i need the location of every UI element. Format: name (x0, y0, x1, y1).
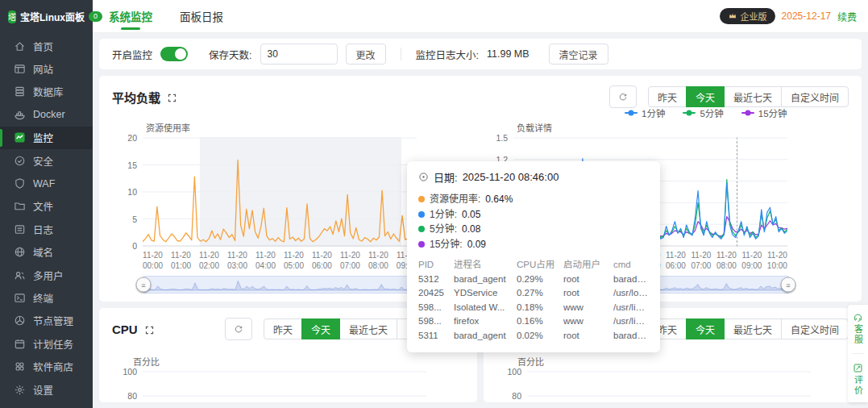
legend-marker (625, 112, 638, 114)
legend-item-5分钟[interactable]: 5分钟 (683, 106, 723, 119)
x-axis-label: 11-2008:00 (716, 250, 737, 271)
x-axis-label: 11-2000:00 (143, 250, 163, 271)
crown-icon (728, 11, 737, 21)
x-axis-label: 11-2007:00 (340, 250, 360, 271)
range-button-今天[interactable]: 今天 (686, 318, 725, 339)
fullscreen-icon[interactable] (144, 324, 155, 335)
range-button-最近七天[interactable]: 最近七天 (339, 318, 397, 339)
sidebar-item-label: 文件 (33, 198, 53, 214)
sidebar-item-label: 多用户 (33, 268, 64, 283)
sidebar-item-域名[interactable]: 域名 (0, 241, 93, 264)
multiuser-icon (14, 269, 26, 281)
memory-y-axis: 1008060 (498, 371, 527, 408)
license-label: 企业版 (741, 10, 767, 23)
sidebar-item-网站[interactable]: 网站 (0, 57, 93, 80)
sidebar-item-节点管理[interactable]: 节点管理 (0, 310, 93, 332)
tooltip-metric-row: 5分钟:0.08 (418, 222, 649, 237)
sidebar-item-首页[interactable]: 首页 (0, 35, 93, 57)
sidebar-item-文件[interactable]: 文件 (0, 195, 93, 218)
tooltip-metrics: 资源使用率:0.64%1分钟:0.055分钟:0.0815分钟:0.09 (418, 192, 649, 252)
sidebar-item-label: 节点管理 (33, 313, 73, 328)
memory-plot-svg (527, 371, 811, 408)
renew-link[interactable]: 续费 (837, 10, 857, 23)
divider (401, 48, 401, 60)
sidebar-item-label: 监控 (33, 130, 53, 145)
sidebar-item-监控[interactable]: 监控 (0, 127, 93, 149)
sidebar-item-数据库[interactable]: 数据库 (0, 81, 93, 103)
side-widget-客服[interactable]: 客服 (852, 311, 865, 345)
resource-datazoom-slider[interactable]: ≡ ≡ (143, 276, 418, 294)
baota-logo-icon: 塔 (8, 10, 16, 23)
log-size-value: 11.99 MB (487, 48, 530, 60)
monitor-toggle[interactable] (160, 47, 188, 61)
security-icon (14, 155, 26, 167)
tooltip-date-label: 日期: (434, 169, 458, 185)
sidebar-item-日志[interactable]: 日志 (0, 218, 93, 240)
x-axis-label: 11-2010:00 (767, 250, 787, 271)
legend-label: 5分钟 (700, 106, 723, 119)
load-range-controls: 昨天今天最近七天自定义时间 (609, 85, 849, 108)
memory-chart[interactable]: 1008060 (484, 371, 862, 408)
range-button-昨天[interactable]: 昨天 (648, 86, 687, 107)
sidebar-item-label: 计划任务 (33, 336, 73, 352)
tab-系统监控[interactable]: 系统监控 (109, 0, 152, 32)
range-button-最近七天[interactable]: 最近七天 (724, 318, 782, 339)
clear-records-button[interactable]: 清空记录 (549, 44, 608, 65)
sidebar-item-设置[interactable]: 设置 (0, 378, 93, 401)
table-row: 5311barad_agent0.02%rootbarad_agent (418, 329, 649, 343)
sidebar-item-label: 域名 (33, 244, 53, 260)
license-badge[interactable]: 企业版 (720, 8, 775, 24)
sidebar-item-Docker[interactable]: Docker (0, 103, 93, 126)
x-axis-label: 11-2006:00 (312, 250, 332, 271)
tooltip-metric-row: 15分钟:0.09 (418, 237, 649, 252)
change-button[interactable]: 更改 (346, 44, 386, 65)
series-color-dot (418, 226, 425, 232)
range-button-今天[interactable]: 今天 (686, 86, 725, 107)
sidebar-item-安全[interactable]: 安全 (0, 149, 93, 172)
terminal-icon (14, 292, 26, 304)
legend-item-1分钟[interactable]: 1分钟 (625, 106, 665, 119)
resource-x-axis: 11-2000:0011-2001:0011-2002:0011-2003:00… (143, 250, 417, 271)
app-logo[interactable]: 塔 宝塔Linux面板 0 (0, 0, 93, 31)
datazoom-right-handle[interactable]: ≡ (781, 277, 796, 293)
sidebar: 塔 宝塔Linux面板 0 首页网站数据库Docker监控安全WAF文件日志域名… (0, 0, 93, 408)
sidebar-item-计划任务[interactable]: 计划任务 (0, 332, 93, 355)
range-button-昨天[interactable]: 昨天 (264, 318, 302, 339)
sidebar-item-WAF[interactable]: WAF (0, 172, 93, 194)
node-icon (14, 314, 26, 327)
table-row: 5312barad_agent0.29%rootbarad_agent (418, 273, 649, 287)
save-days-input[interactable] (260, 44, 338, 65)
resource-usage-chart[interactable] (143, 137, 417, 247)
range-button-今天[interactable]: 今天 (301, 318, 340, 339)
x-axis-label: 11-2007:00 (691, 250, 711, 271)
side-widget-评价[interactable]: 评价 (852, 362, 865, 396)
fullscreen-icon[interactable] (167, 92, 177, 102)
load-average-title: 平均负载 (112, 89, 160, 106)
range-button-最近七天[interactable]: 最近七天 (724, 86, 782, 107)
datazoom-left-handle[interactable]: ≡ (136, 277, 152, 293)
series-color-dot (418, 211, 425, 218)
tooltip-process-table: PID进程名CPU占用启动用户cmd5312barad_agent0.29%ro… (418, 258, 649, 343)
refresh-button[interactable] (609, 85, 637, 108)
sidebar-item-label: Docker (33, 109, 65, 120)
sidebar-item-终端[interactable]: 终端 (0, 286, 93, 309)
legend-item-15分钟[interactable]: 15分钟 (741, 106, 787, 119)
range-button-自定义时间[interactable]: 自定义时间 (781, 318, 849, 339)
x-axis-label: 11-2009:00 (741, 250, 762, 271)
series-color-dot (418, 196, 425, 202)
tooltip-date-value: 2025-11-20 08:46:00 (463, 171, 559, 183)
time-range-group: 昨天今天最近七天自定义时间 (648, 86, 849, 107)
notification-badge[interactable]: 0 (89, 11, 102, 22)
cpu-chart[interactable]: 1008060 (99, 371, 477, 408)
load-average-title-row: 平均负载 (112, 89, 177, 106)
sidebar-item-多用户[interactable]: 多用户 (0, 264, 93, 286)
expire-date: 2025-12-17 (782, 10, 831, 22)
monitor-switch-label: 开启监控 (112, 47, 152, 62)
log-size-label: 监控日志大小: (416, 47, 479, 62)
sidebar-item-软件商店[interactable]: 软件商店 (0, 355, 93, 377)
range-button-自定义时间[interactable]: 自定义时间 (781, 86, 849, 107)
feedback-icon (853, 362, 863, 373)
tab-面板日报[interactable]: 面板日报 (180, 0, 223, 32)
x-axis-label: 11-2001:00 (171, 250, 191, 271)
refresh-button[interactable] (225, 318, 252, 340)
